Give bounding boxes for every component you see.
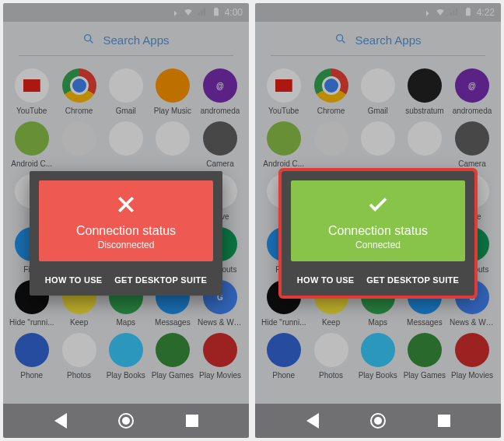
app-label: Maps bbox=[117, 318, 135, 327]
app-icon bbox=[314, 333, 348, 367]
check-icon bbox=[299, 193, 457, 219]
app-play-games[interactable]: Play Games bbox=[403, 333, 446, 380]
app-icon bbox=[408, 68, 442, 103]
app-unknown[interactable] bbox=[356, 121, 400, 168]
app-icon bbox=[156, 121, 190, 156]
app-label: Photos bbox=[319, 371, 343, 380]
nav-recent-button[interactable] bbox=[184, 412, 201, 429]
app-icon bbox=[109, 333, 143, 367]
get-desktop-suite-button[interactable]: GET DESKTOP SUITE bbox=[362, 268, 464, 292]
how-to-use-button[interactable]: HOW TO USE bbox=[40, 268, 107, 292]
nav-home-button[interactable] bbox=[117, 412, 135, 429]
app-label: Play Movies bbox=[199, 371, 241, 380]
navigation-bar bbox=[3, 404, 249, 438]
app-icon bbox=[408, 121, 442, 156]
status-subtitle: Connected bbox=[299, 240, 457, 250]
app-chrome[interactable]: Chrome bbox=[309, 68, 352, 115]
wifi-icon bbox=[183, 6, 194, 19]
app-icon bbox=[62, 333, 96, 367]
clock: 4:00 bbox=[225, 7, 243, 18]
app-label: Play Music bbox=[154, 107, 191, 115]
app-label: Maps bbox=[369, 318, 387, 327]
app-icon bbox=[15, 333, 49, 367]
app-play-games[interactable]: Play Games bbox=[151, 333, 194, 380]
app-label: Photos bbox=[67, 371, 91, 380]
status-panel: Connection status Connected bbox=[291, 180, 465, 261]
app-icon: M bbox=[361, 68, 395, 103]
app-play-books[interactable]: Play Books bbox=[356, 333, 400, 380]
app-icon: @ bbox=[203, 68, 237, 103]
status-subtitle: Disconnected bbox=[47, 240, 205, 250]
bluetooth-icon bbox=[421, 6, 432, 19]
app-unknown[interactable] bbox=[104, 121, 148, 168]
app-label: YouTube bbox=[16, 107, 47, 115]
svg-point-1 bbox=[337, 35, 343, 41]
app-photos[interactable]: Photos bbox=[57, 333, 100, 380]
svg-point-0 bbox=[85, 35, 91, 41]
app-label: Chrome bbox=[317, 107, 345, 115]
app-icon bbox=[156, 68, 190, 103]
app-icon bbox=[267, 68, 301, 103]
nav-recent-button[interactable] bbox=[436, 412, 453, 429]
signal-icon bbox=[197, 6, 208, 19]
app-label: Camera bbox=[206, 159, 234, 168]
app-unknown[interactable] bbox=[57, 121, 100, 168]
app-andromeda[interactable]: @andromeda bbox=[450, 68, 495, 115]
app-android-c-[interactable]: Android C... bbox=[9, 121, 54, 168]
app-unknown[interactable] bbox=[403, 121, 446, 168]
app-icon bbox=[62, 68, 96, 103]
app-label: Gmail bbox=[116, 107, 136, 115]
app-youtube[interactable]: YouTube bbox=[9, 68, 54, 115]
battery-icon bbox=[211, 6, 222, 19]
app-play-music[interactable]: Play Music bbox=[151, 68, 194, 115]
app-phone[interactable]: Phone bbox=[261, 333, 306, 380]
app-icon bbox=[455, 121, 489, 156]
wifi-icon bbox=[435, 6, 446, 19]
search-icon bbox=[334, 33, 347, 47]
how-to-use-button[interactable]: HOW TO USE bbox=[292, 268, 359, 292]
search-apps[interactable]: Search Apps bbox=[3, 22, 249, 55]
status-title: Connection status bbox=[299, 224, 457, 238]
nav-home-button[interactable] bbox=[369, 412, 387, 429]
close-icon bbox=[47, 193, 205, 219]
screenshot-left: 4:00 Search Apps YouTubeChromeMGmailPlay… bbox=[3, 3, 249, 438]
app-unknown[interactable] bbox=[151, 121, 194, 168]
app-photos[interactable]: Photos bbox=[309, 333, 352, 380]
get-desktop-suite-button[interactable]: GET DESKTOP SUITE bbox=[110, 268, 212, 292]
status-bar: 4:22 bbox=[255, 3, 501, 22]
nav-back-button[interactable] bbox=[304, 412, 321, 429]
app-label: Chrome bbox=[65, 107, 93, 115]
app-label: YouTube bbox=[268, 107, 299, 115]
battery-icon bbox=[463, 6, 474, 19]
app-android-c-[interactable]: Android C... bbox=[261, 121, 306, 168]
app-substratum[interactable]: substratum bbox=[403, 68, 446, 115]
app-icon bbox=[203, 121, 237, 156]
app-chrome[interactable]: Chrome bbox=[57, 68, 100, 115]
app-label: Hide "runni... bbox=[261, 318, 306, 327]
nav-back-button[interactable] bbox=[52, 412, 69, 429]
app-gmail[interactable]: MGmail bbox=[104, 68, 148, 115]
app-youtube[interactable]: YouTube bbox=[261, 68, 306, 115]
app-icon bbox=[62, 121, 96, 156]
app-label: Messages bbox=[407, 318, 443, 327]
app-andromeda[interactable]: @andromeda bbox=[198, 68, 243, 115]
app-label: News & Wea... bbox=[450, 318, 495, 327]
app-icon bbox=[15, 68, 49, 103]
app-camera[interactable]: Camera bbox=[450, 121, 495, 168]
app-label: Gmail bbox=[368, 107, 388, 115]
app-camera[interactable]: Camera bbox=[198, 121, 243, 168]
app-play-movies[interactable]: Play Movies bbox=[198, 333, 243, 380]
app-play-books[interactable]: Play Books bbox=[104, 333, 148, 380]
app-phone[interactable]: Phone bbox=[9, 333, 54, 380]
app-play-movies[interactable]: Play Movies bbox=[450, 333, 495, 380]
navigation-bar bbox=[255, 404, 501, 438]
app-icon bbox=[361, 121, 395, 156]
app-icon bbox=[109, 121, 143, 156]
app-label: Play Books bbox=[107, 371, 145, 380]
app-icon bbox=[156, 333, 190, 367]
app-label: News & Wea... bbox=[198, 318, 243, 327]
search-apps[interactable]: Search Apps bbox=[255, 22, 501, 55]
app-icon bbox=[267, 121, 301, 156]
app-gmail[interactable]: MGmail bbox=[356, 68, 400, 115]
app-unknown[interactable] bbox=[309, 121, 352, 168]
